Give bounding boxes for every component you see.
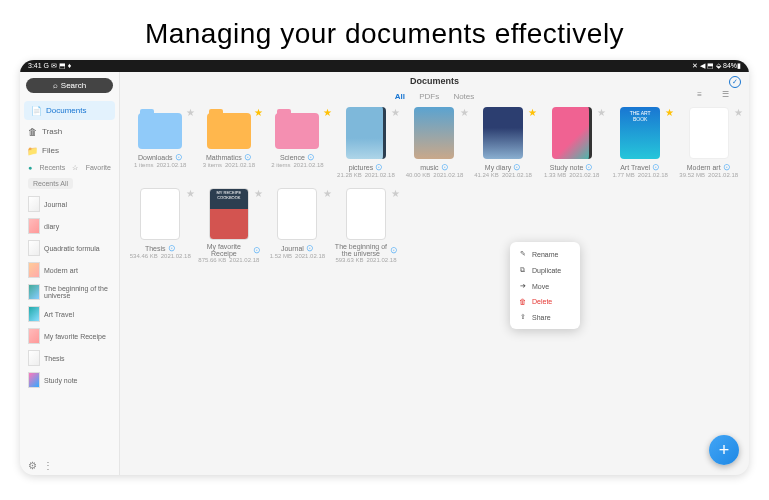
grid-item[interactable]: ★ Mathmatics⊙ 3 items2021.02.18: [197, 107, 262, 178]
grid-item[interactable]: ★ Modern art⊙ 39.52 MB2021.02.18: [676, 107, 741, 178]
star-icon[interactable]: ★: [391, 188, 400, 199]
recent-item[interactable]: The beginning of the universe: [20, 281, 119, 303]
item-more-icon[interactable]: ⊙: [390, 245, 398, 255]
rename-icon: ✎: [518, 250, 527, 258]
filter-icon[interactable]: ≡: [697, 90, 702, 99]
star-icon[interactable]: ★: [323, 107, 332, 118]
item-name: Modern art: [687, 164, 721, 171]
star-icon[interactable]: ★: [460, 107, 469, 118]
star-icon[interactable]: ★: [254, 188, 263, 199]
recent-thumb: [28, 350, 40, 366]
item-more-icon[interactable]: ⊙: [513, 162, 521, 172]
star-icon[interactable]: ★: [665, 107, 674, 118]
list-view-icon[interactable]: ☰: [722, 90, 729, 99]
grid-item[interactable]: MY RECEIPE COOKBOOK ★ My favorite Receip…: [197, 188, 262, 263]
item-more-icon[interactable]: ⊙: [307, 152, 315, 162]
context-share[interactable]: ⇪Share: [510, 309, 580, 325]
item-date: 2021.02.18: [365, 172, 395, 178]
star-icon[interactable]: ★: [391, 107, 400, 118]
grid-item[interactable]: ★ Study note⊙ 1.33 MB2021.02.18: [539, 107, 604, 178]
status-bar: 3:41 G ✉ ⬒ ♦ ✕ ◀ ⬒ ⬙ 84%▮: [20, 60, 749, 72]
grid-item[interactable]: ★ music⊙ 40.00 KB2021.02.18: [402, 107, 467, 178]
item-name: Downloads: [138, 154, 173, 161]
item-thumb: [275, 113, 319, 149]
plus-icon: +: [719, 440, 730, 461]
item-more-icon[interactable]: ⊙: [168, 243, 176, 253]
recent-thumb: [28, 328, 40, 344]
nav-item-documents[interactable]: 📄Documents: [24, 101, 115, 120]
recents-icon: ●: [28, 164, 32, 172]
item-thumb: [483, 107, 523, 159]
item-size: 1.77 MB: [612, 172, 634, 178]
share-icon: ⇪: [518, 313, 527, 321]
nav-item-trash[interactable]: 🗑Trash: [20, 122, 119, 141]
recent-item[interactable]: Thesis: [20, 347, 119, 369]
recent-item[interactable]: Art Travel: [20, 303, 119, 325]
grid-item[interactable]: ★ Thesis⊙ 534.46 KB2021.02.18: [128, 188, 193, 263]
star-icon[interactable]: ★: [186, 188, 195, 199]
item-more-icon[interactable]: ⊙: [723, 162, 731, 172]
item-thumb: MY RECEIPE COOKBOOK: [209, 188, 249, 240]
add-button[interactable]: +: [709, 435, 739, 465]
item-more-icon[interactable]: ⊙: [652, 162, 660, 172]
context-delete[interactable]: 🗑Delete: [510, 294, 580, 309]
star-icon[interactable]: ★: [734, 107, 743, 118]
item-date: 2021.02.18: [638, 172, 668, 178]
grid-item[interactable]: ★ Science⊙ 2 items2021.02.18: [265, 107, 330, 178]
item-more-icon[interactable]: ⊙: [441, 162, 449, 172]
item-more-icon[interactable]: ⊙: [244, 152, 252, 162]
context-move[interactable]: ➔Move: [510, 278, 580, 294]
menu-icon[interactable]: ⋮: [43, 460, 53, 471]
item-size: 2 items: [271, 162, 290, 168]
nav-item-files[interactable]: 📁Files: [20, 141, 119, 160]
tab-all[interactable]: All: [395, 92, 405, 101]
item-date: 2021.02.18: [156, 162, 186, 168]
item-more-icon[interactable]: ⊙: [253, 245, 261, 255]
item-date: 2021.02.18: [295, 253, 325, 259]
item-size: 21.28 KB: [337, 172, 362, 178]
recent-item[interactable]: Journal: [20, 193, 119, 215]
recent-thumb: [28, 240, 40, 256]
tab-notes[interactable]: Notes: [453, 92, 474, 101]
star-icon[interactable]: ★: [254, 107, 263, 118]
grid-item[interactable]: ★ Downloads⊙ 1 items2021.02.18: [128, 107, 193, 178]
item-more-icon[interactable]: ⊙: [585, 162, 593, 172]
star-icon[interactable]: ★: [323, 188, 332, 199]
grid-item[interactable]: ★ Journal⊙ 1.52 MB2021.02.18: [265, 188, 330, 263]
recent-item[interactable]: Modern art: [20, 259, 119, 281]
star-icon[interactable]: ★: [597, 107, 606, 118]
item-more-icon[interactable]: ⊙: [375, 162, 383, 172]
item-date: 2021.02.18: [502, 172, 532, 178]
grid-row-2: ★ Thesis⊙ 534.46 KB2021.02.18 MY RECEIPE…: [120, 188, 749, 263]
item-more-icon[interactable]: ⊙: [175, 152, 183, 162]
recent-item[interactable]: Study note: [20, 369, 119, 391]
filter-tabs: All PDFs Notes ≡ ☰: [120, 90, 749, 107]
recent-item[interactable]: Quadratic formula: [20, 237, 119, 259]
recent-item[interactable]: My favorite Receipe: [20, 325, 119, 347]
search-button[interactable]: ⌕ Search: [26, 78, 113, 93]
item-thumb: [277, 188, 317, 240]
files-icon: 📁: [28, 146, 37, 155]
item-name: Study note: [550, 164, 583, 171]
star-icon[interactable]: ★: [528, 107, 537, 118]
star-icon[interactable]: ★: [186, 107, 195, 118]
grid-item[interactable]: ★ The beginning of the universe⊙ 593.63 …: [334, 188, 399, 263]
item-date: 2021.02.18: [225, 162, 255, 168]
item-size: 1 items: [134, 162, 153, 168]
item-size: 40.00 KB: [406, 172, 431, 178]
grid-item[interactable]: ★ My diary⊙ 41.24 KB2021.02.18: [471, 107, 536, 178]
grid-item[interactable]: THE ART BOOK ★ Art Travel⊙ 1.77 MB2021.0…: [608, 107, 673, 178]
item-more-icon[interactable]: ⊙: [306, 243, 314, 253]
favorite-label[interactable]: Favorite: [86, 164, 111, 172]
grid-item[interactable]: ★ pictures⊙ 21.28 KB2021.02.18: [334, 107, 399, 178]
recents-label[interactable]: Recents: [39, 164, 65, 172]
content-area: Documents ✓ All PDFs Notes ≡ ☰ ★ Downloa…: [120, 72, 749, 475]
tab-pdfs[interactable]: PDFs: [419, 92, 439, 101]
select-mode-button[interactable]: ✓: [729, 76, 741, 88]
context-rename[interactable]: ✎Rename: [510, 246, 580, 262]
context-duplicate[interactable]: ⧉Duplicate: [510, 262, 580, 278]
recent-item[interactable]: diary: [20, 215, 119, 237]
recents-all-tab[interactable]: Recents All: [28, 178, 73, 189]
context-menu: ✎Rename⧉Duplicate➔Move🗑Delete⇪Share: [510, 242, 580, 329]
settings-icon[interactable]: ⚙: [28, 460, 37, 471]
